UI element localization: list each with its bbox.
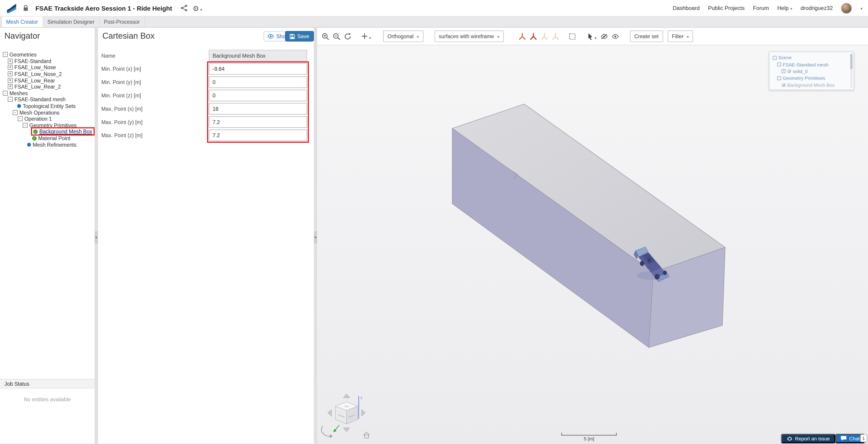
- scene-node-label[interactable]: Background Mesh Box: [787, 82, 834, 88]
- splitter-properties[interactable]: [314, 28, 317, 444]
- align-axis-button-2[interactable]: [528, 29, 539, 43]
- tree-item-fsae-low-nose-2[interactable]: FSAE_Low_Nose_2: [0, 71, 95, 77]
- max-point-x-input[interactable]: [209, 103, 307, 115]
- collapse-icon[interactable]: [3, 52, 8, 57]
- name-input[interactable]: [209, 50, 307, 61]
- projection-dropdown[interactable]: Orthogonal: [383, 31, 423, 42]
- expand-icon[interactable]: [8, 84, 13, 89]
- axis-triad-icon: [529, 32, 538, 40]
- collapse-icon[interactable]: [777, 63, 781, 66]
- home-view-button[interactable]: [364, 432, 369, 438]
- tree-item-fsae-low-rear-2[interactable]: FSAE_Low_Rear_2: [0, 84, 95, 90]
- tree-item-mesh-refinements[interactable]: Mesh Refinements: [0, 141, 95, 148]
- splitter-navigator[interactable]: [95, 28, 98, 444]
- expand-icon[interactable]: [8, 59, 13, 63]
- chat-badge[interactable]: 1: [860, 434, 867, 442]
- eye-icon: [612, 33, 619, 39]
- scrollbar-thumb[interactable]: [850, 54, 852, 69]
- create-set-button[interactable]: Create set: [630, 31, 663, 42]
- scene-tree-scrollbar[interactable]: [850, 54, 852, 88]
- nav-cube-top-label[interactable]: TOP: [344, 405, 349, 408]
- tree-item-material-point[interactable]: Material Point: [0, 135, 95, 141]
- collapse-icon[interactable]: [8, 97, 13, 102]
- tree-item-fsae-low-nose[interactable]: FSAE_Low_Nose: [0, 64, 95, 71]
- tab-mesh-creator[interactable]: Mesh Creator: [1, 17, 43, 27]
- min-point-y-input[interactable]: [209, 76, 307, 88]
- job-status-header[interactable]: Job Status: [0, 379, 95, 389]
- tree-item-fsae-low-rear[interactable]: FSAE_Low_Rear: [0, 77, 95, 84]
- align-axis-button-4[interactable]: [550, 29, 561, 43]
- collapse-icon[interactable]: [23, 123, 28, 128]
- scene-node-geometry-primitives[interactable]: Geometry Primitives: [773, 75, 848, 82]
- zoom-in-button[interactable]: [320, 29, 331, 43]
- username[interactable]: drodriguez32: [800, 5, 833, 11]
- tree-item-fsae-standard-mesh[interactable]: FSAE-Standard mesh: [0, 96, 95, 103]
- splitter-handle-icon[interactable]: [314, 231, 317, 244]
- filter-dropdown[interactable]: Filter: [668, 31, 693, 42]
- user-avatar[interactable]: [841, 2, 852, 13]
- scene-node-background-mesh-box[interactable]: Background Mesh Box: [773, 82, 848, 88]
- expand-icon[interactable]: [8, 78, 13, 83]
- expand-icon[interactable]: [8, 71, 13, 76]
- collapse-icon[interactable]: [18, 116, 23, 121]
- splitter-handle-icon[interactable]: [95, 231, 98, 244]
- orbit-roll-arrow[interactable]: [321, 426, 331, 436]
- simscale-logo-icon[interactable]: [5, 2, 18, 14]
- tree-item-meshes[interactable]: Meshes: [0, 90, 95, 96]
- tab-post-processor[interactable]: Post-Processor: [99, 17, 145, 27]
- hide-selection-button[interactable]: [599, 29, 610, 43]
- nav-dashboard[interactable]: Dashboard: [673, 5, 700, 11]
- add-primitive-button[interactable]: [359, 29, 373, 43]
- user-menu-chevron-icon[interactable]: [861, 5, 863, 11]
- nav-forum[interactable]: Forum: [753, 5, 769, 11]
- report-issue-button[interactable]: Report an issue: [781, 434, 835, 443]
- collapse-icon[interactable]: [773, 56, 777, 60]
- zoom-out-button[interactable]: [331, 29, 342, 43]
- pointer-mode-button[interactable]: [585, 29, 599, 43]
- nav-public-projects[interactable]: Public Projects: [708, 5, 745, 11]
- viewport-canvas[interactable]: TOP FRONT RIGHT Z: [317, 45, 868, 444]
- max-point-y-input[interactable]: [209, 116, 307, 128]
- share-button[interactable]: [180, 4, 188, 12]
- background-mesh-box-3d[interactable]: [452, 104, 725, 348]
- scene-node-mesh[interactable]: FSAE-Standard mesh: [773, 61, 848, 68]
- tree-item-geometries[interactable]: Geometries: [0, 52, 95, 58]
- align-axis-button-3[interactable]: [539, 29, 550, 43]
- scene-node-scene[interactable]: Scene: [773, 54, 848, 61]
- scene-node-label[interactable]: Scene: [778, 55, 792, 60]
- tree-item-mesh-operations[interactable]: Mesh Operations: [0, 109, 95, 116]
- settings-menu-button[interactable]: [193, 3, 202, 13]
- box-select-button[interactable]: [567, 29, 578, 43]
- nav-help[interactable]: Help: [777, 5, 792, 11]
- field-label: Min. Point (y) [m]: [101, 79, 141, 85]
- tree-item-background-mesh-box[interactable]: Background Mesh Box: [0, 128, 95, 135]
- nav-cube[interactable]: TOP FRONT RIGHT: [321, 394, 369, 438]
- collapse-icon[interactable]: [777, 76, 781, 80]
- max-point-z-input[interactable]: [209, 129, 307, 141]
- scene-node-label[interactable]: FSAE-Standard mesh: [783, 62, 829, 67]
- form-row-max-y: Max. Point (y) [m]: [98, 116, 314, 128]
- show-all-button[interactable]: [610, 29, 621, 43]
- tree-item-operation-1[interactable]: Operation 1: [0, 116, 95, 122]
- scene-node-solid-0[interactable]: solid_0: [773, 68, 848, 75]
- reset-view-button[interactable]: [342, 29, 353, 43]
- min-point-x-input[interactable]: [209, 63, 307, 74]
- align-axis-button-1[interactable]: [517, 29, 528, 43]
- expand-icon[interactable]: [782, 69, 785, 73]
- tree-item-fsae-standard[interactable]: FSAE-Standard: [0, 58, 95, 64]
- min-point-z-input[interactable]: [209, 90, 307, 101]
- tree-item-topological-entity-sets[interactable]: Topological Entity Sets: [0, 103, 95, 109]
- rotate-left-arrow[interactable]: [328, 409, 332, 416]
- rotate-up-arrow[interactable]: [343, 394, 350, 398]
- collapse-icon[interactable]: [13, 110, 18, 115]
- tab-simulation-designer[interactable]: Simulation Designer: [43, 17, 99, 27]
- scene-node-label[interactable]: solid_0: [793, 69, 808, 74]
- render-mode-dropdown[interactable]: surfaces with wireframe: [434, 31, 504, 42]
- expand-icon[interactable]: [8, 65, 13, 70]
- rotate-right-arrow[interactable]: [362, 409, 365, 416]
- scene-node-label[interactable]: Geometry Primitives: [783, 75, 825, 81]
- save-button[interactable]: Save: [285, 31, 314, 41]
- rotate-down-arrow[interactable]: [343, 428, 350, 432]
- collapse-icon[interactable]: [3, 91, 8, 96]
- tree-item-geometry-primitives[interactable]: Geometry Primitives: [0, 122, 95, 128]
